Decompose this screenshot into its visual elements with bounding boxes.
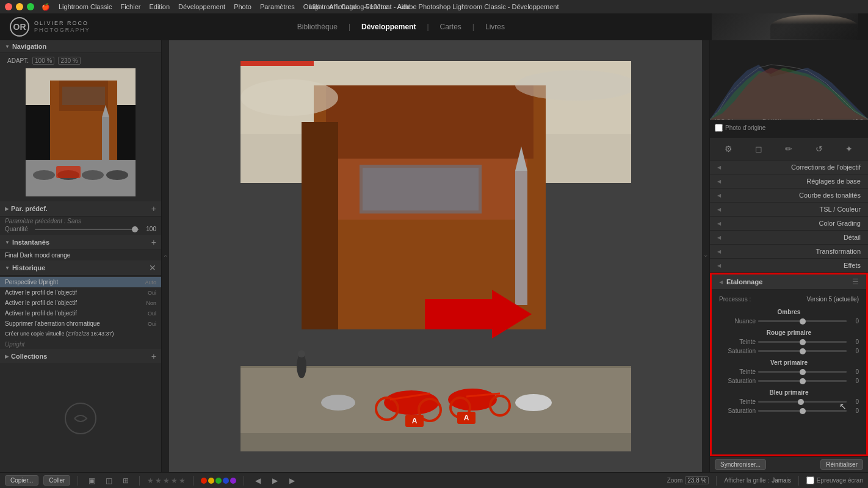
color-label-purple[interactable] xyxy=(230,478,236,484)
rp-section-reglages-base[interactable]: ◀ Réglages de base xyxy=(710,174,868,188)
rouge-saturation-thumb[interactable] xyxy=(800,348,806,354)
parpredef-add-icon[interactable]: + xyxy=(151,204,156,214)
module-separator-3: | xyxy=(472,23,474,31)
quantite-thumb[interactable] xyxy=(132,226,138,232)
tool-redeye-icon[interactable]: ✏ xyxy=(781,142,796,156)
adapt-pct2[interactable]: 230 % xyxy=(58,57,80,65)
tab-cartes[interactable]: Cartes xyxy=(440,23,461,31)
color-label-green[interactable] xyxy=(215,478,222,484)
collections-header[interactable]: ▶ Collections + xyxy=(0,349,161,364)
vert-saturation-thumb[interactable] xyxy=(800,378,806,384)
menu-developpement[interactable]: Développement xyxy=(178,3,225,10)
zoom-value[interactable]: 23,8 % xyxy=(685,476,709,484)
ombres-nuance-slider[interactable] xyxy=(758,320,847,322)
vert-teinte-slider[interactable] xyxy=(758,371,847,373)
afficher-grille-value[interactable]: Jamais xyxy=(772,477,791,484)
bleu-saturation-thumb[interactable] xyxy=(800,408,806,414)
synchroniser-button[interactable]: Synchroniser... xyxy=(715,459,766,470)
tool-adjustment-icon[interactable]: ↺ xyxy=(812,142,826,156)
history-item-3[interactable]: Activer le profil de l'objectif Oui xyxy=(0,308,161,318)
menu-photo[interactable]: Photo xyxy=(234,3,251,10)
history-item-1[interactable]: Activer le profil de l'objectif Oui xyxy=(0,287,161,298)
tab-developpement[interactable]: Développement xyxy=(361,23,416,31)
menu-lightroom[interactable]: Lightroom Classic xyxy=(59,3,112,10)
epreuvage-checkbox[interactable] xyxy=(806,476,814,484)
menu-edition[interactable]: Edition xyxy=(149,3,170,10)
copier-button[interactable]: Copier... xyxy=(5,475,38,486)
adapt-pct1[interactable]: 100 % xyxy=(32,57,54,65)
photo-origine-checkbox[interactable] xyxy=(715,124,723,132)
rouge-teinte-slider[interactable] xyxy=(758,341,847,343)
rp-section-corrections-objectif[interactable]: ◀ Corrections de l'objectif xyxy=(710,160,868,174)
bottom-sep-6 xyxy=(798,476,799,486)
rp-section-effets[interactable]: ◀ Effets xyxy=(710,259,868,273)
vert-teinte-thumb[interactable] xyxy=(800,369,806,375)
history-item-2[interactable]: Activer le profil de l'objectif Non xyxy=(0,298,161,308)
tool-crop-icon[interactable]: ⚙ xyxy=(722,142,736,156)
tool-heal-icon[interactable]: ◻ xyxy=(751,142,766,156)
bleu-teinte-thumb[interactable] xyxy=(798,399,804,405)
star-5[interactable]: ★ xyxy=(179,476,186,485)
rp-section-detail[interactable]: ◀ Détail xyxy=(710,231,868,245)
rouge-teinte-thumb[interactable] xyxy=(800,339,806,345)
bottom-sep-1 xyxy=(78,476,78,486)
etalonnage-content: Processus : Version 5 (actuelle) Ombres … xyxy=(712,290,866,419)
history-item-5[interactable]: Créer une copie virtuelle (27/02/23 16:4… xyxy=(0,329,161,339)
historique-header[interactable]: ▼ Historique ✕ xyxy=(0,260,161,276)
menu-apple[interactable]: 🍎 xyxy=(42,3,50,11)
quantite-slider[interactable] xyxy=(35,229,139,230)
history-item-0[interactable]: Perspective Upright Auto xyxy=(0,277,161,287)
play-icon[interactable]: ▶ xyxy=(269,475,281,487)
parpredef-header[interactable]: ▶ Par. prédef. + xyxy=(0,201,161,217)
reinitialiser-button[interactable]: Réinitialiser xyxy=(820,459,863,470)
etalonnage-menu-icon[interactable]: ☰ xyxy=(852,278,859,286)
instantanes-add-icon[interactable]: + xyxy=(151,237,156,247)
rp-section-color-grading[interactable]: ◀ Color Grading xyxy=(710,217,868,231)
tool-filter-icon[interactable]: ✦ xyxy=(842,142,856,156)
instantanes-header[interactable]: ▼ Instantanés + xyxy=(0,235,161,250)
historique-close-icon[interactable]: ✕ xyxy=(149,263,156,273)
bleu-teinte-slider[interactable] xyxy=(758,401,847,403)
window-controls[interactable] xyxy=(5,3,34,10)
history-item-4[interactable]: Supprimer l'aberration chromatique Oui xyxy=(0,318,161,329)
vert-saturation-slider[interactable] xyxy=(758,380,847,382)
instantane-item[interactable]: Final Dark mood orange xyxy=(5,252,156,259)
rp-label-detail: Détail xyxy=(725,234,861,241)
right-collapse-button[interactable]: › xyxy=(702,40,709,472)
collections-add-icon[interactable]: + xyxy=(151,351,156,361)
coller-button[interactable]: Coller xyxy=(43,475,70,486)
ombres-nuance-thumb[interactable] xyxy=(800,318,806,325)
tab-livres[interactable]: Livres xyxy=(485,23,505,31)
history-item-name-1: Activer le profil de l'objectif xyxy=(5,289,77,296)
rp-label-color-grading: Color Grading xyxy=(725,220,861,227)
color-label-blue[interactable] xyxy=(223,478,229,484)
menu-parametres[interactable]: Paramètres xyxy=(260,3,295,10)
menu-fichier[interactable]: Fichier xyxy=(120,3,140,10)
star-2[interactable]: ★ xyxy=(155,476,162,485)
navigation-header[interactable]: ▼ Navigation xyxy=(0,40,161,53)
rp-section-tsl[interactable]: ◀ TSL / Couleur xyxy=(710,203,868,217)
star-3[interactable]: ★ xyxy=(163,476,170,485)
bleu-saturation-slider[interactable] xyxy=(758,410,847,412)
color-label-red[interactable] xyxy=(201,478,207,484)
left-collapse-button[interactable]: ‹ xyxy=(162,40,169,472)
rouge-saturation-row: Saturation 0 xyxy=(719,346,859,356)
svg-point-21 xyxy=(241,79,338,116)
rp-section-courbe[interactable]: ◀ Courbe des tonalités xyxy=(710,188,868,203)
rp-section-transformation[interactable]: ◀ Transformation xyxy=(710,245,868,259)
view-loupe-icon[interactable]: ▣ xyxy=(85,475,98,487)
tab-bibliotheque[interactable]: Bibliothèque xyxy=(297,23,338,31)
prev-photo-icon[interactable]: ◀ xyxy=(251,475,264,487)
processus-value[interactable]: Version 5 (actuelle) xyxy=(806,296,859,303)
color-label-yellow[interactable] xyxy=(208,478,214,484)
star-4[interactable]: ★ xyxy=(171,476,178,485)
star-1[interactable]: ★ xyxy=(147,476,154,485)
rouge-saturation-slider[interactable] xyxy=(758,350,847,352)
maximize-button[interactable] xyxy=(27,3,34,10)
next-photo-icon[interactable]: ▶ xyxy=(286,475,298,487)
view-compare-icon[interactable]: ◫ xyxy=(103,475,115,487)
minimize-button[interactable] xyxy=(16,3,23,10)
close-button[interactable] xyxy=(5,3,12,10)
etalonnage-header[interactable]: ◀ Etalonnage ☰ xyxy=(712,274,866,290)
view-grid-icon[interactable]: ⊞ xyxy=(120,475,132,487)
